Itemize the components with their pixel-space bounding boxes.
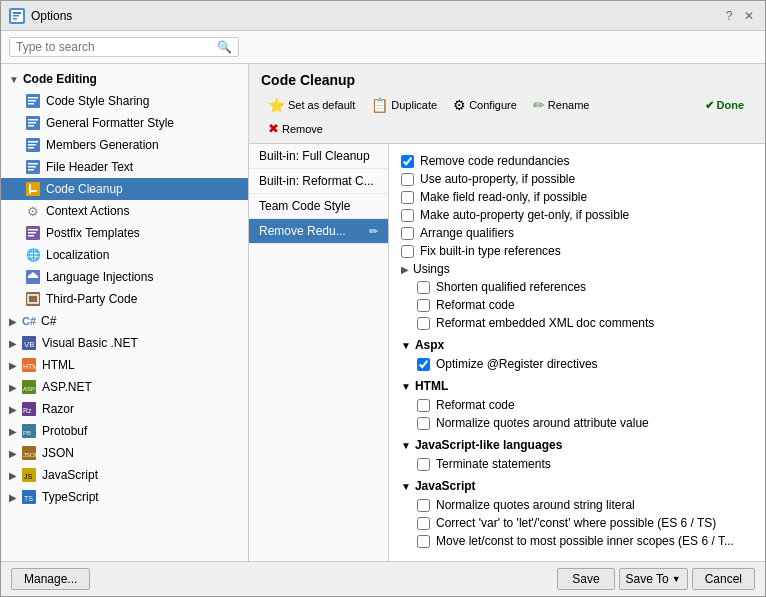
profile-team-code-style[interactable]: Team Code Style — [249, 194, 388, 219]
context-actions-icon: ⚙ — [25, 203, 41, 219]
aspx-arrow: ▼ — [401, 340, 411, 351]
sidebar-group-javascript[interactable]: ▶ JS JavaScript — [1, 464, 248, 486]
svg-text:PB: PB — [23, 430, 31, 436]
usings-label: Usings — [413, 262, 450, 276]
sidebar-item-code-cleanup[interactable]: Code Cleanup — [1, 178, 248, 200]
svg-text:JSON: JSON — [23, 452, 36, 458]
checkbox-shorten-qualified[interactable] — [417, 281, 430, 294]
done-label: Done — [717, 99, 745, 111]
option-arrange-qualifiers: Arrange qualifiers — [401, 224, 753, 242]
sidebar-item-postfix-templates[interactable]: Postfix Templates — [1, 222, 248, 244]
svg-rect-7 — [28, 103, 34, 105]
cancel-button[interactable]: Cancel — [692, 568, 755, 590]
profile-edit-icon: ✏ — [369, 225, 378, 238]
checkbox-normalize-string-literal[interactable] — [417, 499, 430, 512]
search-input[interactable] — [16, 40, 217, 54]
rename-button[interactable]: ✏ Rename — [526, 94, 597, 116]
checkbox-move-let-const[interactable] — [417, 535, 430, 548]
label-terminate-statements: Terminate statements — [436, 457, 551, 471]
label-reformat-code-usings: Reformat code — [436, 298, 515, 312]
search-wrapper: 🔍 — [9, 37, 239, 57]
sidebar-item-third-party[interactable]: Third-Party Code — [1, 288, 248, 310]
sidebar-group-aspnet[interactable]: ▶ ASP ASP.NET — [1, 376, 248, 398]
sidebar-item-file-header[interactable]: File Header Text — [1, 156, 248, 178]
checkbox-auto-property[interactable] — [401, 173, 414, 186]
general-formatter-icon — [25, 115, 41, 131]
sidebar-label-html: HTML — [42, 358, 75, 372]
protobuf-icon: PB — [21, 423, 37, 439]
sidebar-label-javascript: JavaScript — [42, 468, 98, 482]
right-header: Code Cleanup ⭐ Set as default 📋 Duplicat… — [249, 64, 765, 144]
save-to-button[interactable]: Save To ▼ — [619, 568, 688, 590]
done-icon: ✔ — [705, 99, 714, 112]
sidebar-item-context-actions[interactable]: ⚙ Context Actions — [1, 200, 248, 222]
search-icon: 🔍 — [217, 40, 232, 54]
svg-text:JS: JS — [24, 473, 33, 480]
javascript-arrow: ▼ — [401, 481, 411, 492]
configure-button[interactable]: ⚙ Configure — [446, 94, 524, 116]
checkbox-arrange-qualifiers[interactable] — [401, 227, 414, 240]
sidebar-group-razor[interactable]: ▶ Rz Razor — [1, 398, 248, 420]
sidebar-label-members-generation: Members Generation — [46, 138, 159, 152]
label-remove-redundancies: Remove code redundancies — [420, 154, 569, 168]
svg-rect-9 — [28, 119, 38, 121]
toolbar: ⭐ Set as default 📋 Duplicate ⚙ Configure — [261, 94, 753, 116]
checkbox-normalize-quotes[interactable] — [417, 417, 430, 430]
html-icon: HTML — [21, 357, 37, 373]
sidebar-group-html[interactable]: ▶ HTML HTML — [1, 354, 248, 376]
sidebar-group-csharp[interactable]: ▶ C# C# — [1, 310, 248, 332]
svg-rect-21 — [29, 184, 31, 194]
profile-full-cleanup[interactable]: Built-in: Full Cleanup — [249, 144, 388, 169]
svg-rect-2 — [13, 15, 19, 17]
remove-button[interactable]: ✖ Remove — [261, 118, 330, 139]
checkbox-terminate-statements[interactable] — [417, 458, 430, 471]
checkbox-reformat-xml[interactable] — [417, 317, 430, 330]
save-button[interactable]: Save — [557, 568, 614, 590]
sidebar-label-protobuf: Protobuf — [42, 424, 87, 438]
profile-remove-redu[interactable]: Remove Redu... ✏ — [249, 219, 388, 244]
checkbox-optimize-register[interactable] — [417, 358, 430, 371]
sidebar-group-typescript[interactable]: ▶ TS TypeScript — [1, 486, 248, 508]
sidebar-group-json[interactable]: ▶ JSON JSON — [1, 442, 248, 464]
sidebar-item-members-generation[interactable]: Members Generation — [1, 134, 248, 156]
manage-button[interactable]: Manage... — [11, 568, 90, 590]
checkbox-remove-redundancies[interactable] — [401, 155, 414, 168]
javascript-section-header: ▼ JavaScript — [401, 473, 753, 496]
javascript-label: JavaScript — [415, 479, 476, 493]
checkbox-reformat-html[interactable] — [417, 399, 430, 412]
duplicate-label: Duplicate — [391, 99, 437, 111]
title-bar: Options ? ✕ — [1, 1, 765, 31]
sidebar-item-code-style-sharing[interactable]: Code Style Sharing — [1, 90, 248, 112]
checkbox-correct-var[interactable] — [417, 517, 430, 530]
duplicate-button[interactable]: 📋 Duplicate — [364, 94, 444, 116]
done-button[interactable]: ✔ Done — [696, 96, 754, 115]
set-as-default-icon: ⭐ — [268, 97, 285, 113]
sidebar-group-protobuf[interactable]: ▶ PB Protobuf — [1, 420, 248, 442]
checkbox-field-readonly[interactable] — [401, 191, 414, 204]
checkbox-auto-property-get-only[interactable] — [401, 209, 414, 222]
checkbox-fix-builtin[interactable] — [401, 245, 414, 258]
checkbox-reformat-code-usings[interactable] — [417, 299, 430, 312]
close-button[interactable]: ✕ — [741, 8, 757, 24]
set-as-default-button[interactable]: ⭐ Set as default — [261, 94, 362, 116]
localization-icon: 🌐 — [25, 247, 41, 263]
sidebar-label-typescript: TypeScript — [42, 490, 99, 504]
vbnet-arrow: ▶ — [9, 338, 17, 349]
js-arrow: ▶ — [9, 470, 17, 481]
sidebar-item-general-formatter[interactable]: General Formatter Style — [1, 112, 248, 134]
svg-text:TS: TS — [24, 495, 33, 502]
rename-icon: ✏ — [533, 97, 545, 113]
profile-reformat[interactable]: Built-in: Reformat C... — [249, 169, 388, 194]
sidebar-item-language-injections[interactable]: Language Injections — [1, 266, 248, 288]
help-button[interactable]: ? — [721, 8, 737, 24]
sidebar-group-vbnet[interactable]: ▶ VB Visual Basic .NET — [1, 332, 248, 354]
sidebar-label-postfix-templates: Postfix Templates — [46, 226, 140, 240]
sidebar-item-localization[interactable]: 🌐 Localization — [1, 244, 248, 266]
label-correct-var: Correct 'var' to 'let'/'const' where pos… — [436, 516, 716, 530]
svg-text:VB: VB — [24, 340, 35, 349]
option-normalize-string-literal: Normalize quotes around string literal — [401, 496, 753, 514]
option-optimize-register: Optimize @Register directives — [401, 355, 753, 373]
left-panel: ▼ Code Editing Code Style Sharing Genera… — [1, 64, 249, 561]
third-party-icon — [25, 291, 41, 307]
usings-expand-arrow[interactable]: ▶ — [401, 264, 409, 275]
